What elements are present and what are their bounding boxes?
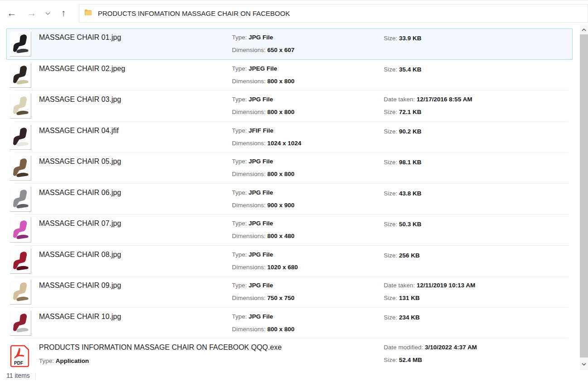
massage-chair-thumbnail bbox=[10, 311, 31, 336]
file-type-line: Type: JPEG File bbox=[232, 63, 384, 75]
detail-value: 52.4 MB bbox=[399, 357, 422, 363]
file-name: MASSAGE CHAIR 03.jpg bbox=[39, 93, 232, 105]
scrollbar-thumb[interactable] bbox=[580, 34, 588, 357]
file-dimensions-line: Dimensions: 650 x 607 bbox=[232, 44, 384, 56]
detail-label: Size: bbox=[384, 357, 399, 363]
file-row[interactable]: MASSAGE CHAIR 10.jpg Type: JPG File Dime… bbox=[6, 308, 573, 339]
detail-value: Application bbox=[56, 357, 89, 364]
file-dimensions-line: Dimensions: 800 x 800 bbox=[232, 324, 384, 335]
file-dimensions-line: Dimensions: 800 x 800 bbox=[232, 168, 384, 180]
file-type-dimensions-cell: Type: JPG File Dimensions: 800 x 800 bbox=[232, 153, 384, 183]
file-dimensions-line: Dimensions: 1020 x 680 bbox=[232, 262, 384, 273]
forward-icon[interactable]: → bbox=[23, 4, 41, 22]
massage-chair-thumbnail bbox=[10, 94, 31, 119]
detail-value: JPG File bbox=[249, 34, 273, 41]
file-type-dimensions-cell bbox=[232, 339, 384, 369]
nav-buttons: ← → ↑ bbox=[0, 4, 79, 22]
detail-value: 800 x 800 bbox=[267, 78, 294, 85]
detail-label: Size: bbox=[384, 190, 399, 197]
file-date-size-cell: Size: 33.9 KB bbox=[384, 29, 572, 59]
file-thumbnail-cell bbox=[10, 153, 39, 183]
vertical-scrollbar[interactable] bbox=[580, 25, 588, 370]
file-name-cell: MASSAGE CHAIR 02.jpeg bbox=[39, 60, 232, 90]
file-name: MASSAGE CHAIR 04.jfif bbox=[39, 124, 232, 137]
detail-value: JFIF File bbox=[249, 127, 274, 134]
file-row[interactable]: MASSAGE CHAIR 04.jfif Type: JFIF File Di… bbox=[6, 122, 573, 153]
file-type-line: Type: JFIF File bbox=[232, 125, 384, 137]
file-size-line: Size: 33.9 KB bbox=[384, 33, 572, 44]
file-size-line: Size: 131 KB bbox=[384, 292, 572, 304]
file-row[interactable]: MASSAGE CHAIR 03.jpg Type: JPG File Dime… bbox=[6, 90, 573, 122]
file-name: MASSAGE CHAIR 10.jpg bbox=[39, 310, 232, 323]
file-type-dimensions-cell: Type: JPG File Dimensions: 800 x 800 bbox=[232, 308, 384, 338]
file-row[interactable]: MASSAGE CHAIR 01.jpg Type: JPG File Dime… bbox=[6, 29, 573, 60]
file-name-cell: PRODUCTS INFORMATION MASSAGE CHAIR ON FA… bbox=[39, 339, 232, 369]
detail-value: 650 x 607 bbox=[267, 47, 294, 53]
file-row[interactable]: PDF PRODUCTS INFORMATION MASSAGE CHAIR O… bbox=[6, 338, 573, 370]
detail-label: Size: bbox=[384, 109, 399, 115]
file-row[interactable]: MASSAGE CHAIR 08.jpg Type: JPG File Dime… bbox=[6, 246, 573, 277]
file-date-size-cell: Date modified: 3/10/2022 4:37 AM Size: 5… bbox=[384, 339, 572, 369]
file-type-dimensions-cell: Type: JPG File Dimensions: 650 x 607 bbox=[232, 29, 384, 59]
up-icon[interactable]: ↑ bbox=[54, 4, 72, 22]
detail-label: Date taken: bbox=[384, 282, 417, 289]
detail-value: 50.3 KB bbox=[399, 221, 422, 228]
detail-value: 33.9 KB bbox=[399, 35, 422, 42]
detail-value: JPEG File bbox=[249, 65, 277, 72]
file-row[interactable]: MASSAGE CHAIR 02.jpeg Type: JPEG File Di… bbox=[6, 60, 573, 91]
detail-value: 256 KB bbox=[399, 252, 420, 259]
status-bar-divider bbox=[35, 372, 36, 379]
pdf-application-icon: PDF bbox=[10, 342, 39, 369]
file-row[interactable]: MASSAGE CHAIR 05.jpg Type: JPG File Dime… bbox=[6, 152, 573, 184]
file-date-size-cell: Size: 234 KB bbox=[384, 308, 572, 338]
file-type-line: Type: JPG File bbox=[232, 156, 384, 167]
file-dimensions-line: Dimensions: 900 x 900 bbox=[232, 200, 384, 211]
file-type-dimensions-cell: Type: JPG File Dimensions: 900 x 900 bbox=[232, 184, 384, 214]
file-date-line: Date taken: 12/17/2016 8:55 AM bbox=[384, 94, 572, 105]
massage-chair-thumbnail bbox=[10, 156, 31, 181]
file-thumbnail-cell bbox=[10, 60, 39, 90]
scrollbar-up-icon[interactable] bbox=[580, 25, 588, 34]
detail-value: 35.4 KB bbox=[399, 66, 422, 73]
file-name: MASSAGE CHAIR 05.jpg bbox=[39, 155, 232, 167]
detail-value: 12/11/2019 10:13 AM bbox=[417, 282, 475, 289]
detail-label: Size: bbox=[384, 314, 399, 321]
detail-label: Dimensions: bbox=[232, 140, 267, 147]
file-name-cell: MASSAGE CHAIR 06.jpg bbox=[39, 184, 232, 214]
massage-chair-thumbnail bbox=[10, 63, 31, 88]
file-type-line: Type: JPG File bbox=[232, 249, 384, 261]
detail-label: Size: bbox=[384, 159, 399, 166]
file-thumbnail-cell bbox=[10, 184, 39, 214]
file-thumbnail-cell bbox=[10, 91, 39, 121]
detail-value: 800 x 800 bbox=[267, 109, 294, 115]
file-name: MASSAGE CHAIR 08.jpg bbox=[39, 248, 232, 261]
detail-value: 1020 x 680 bbox=[267, 264, 298, 271]
massage-chair-thumbnail bbox=[10, 187, 31, 212]
scrollbar-down-icon[interactable] bbox=[580, 358, 588, 370]
file-type-dimensions-cell: Type: JPG File Dimensions: 800 x 800 bbox=[232, 91, 384, 121]
folder-icon bbox=[84, 9, 92, 18]
detail-value: JPG File bbox=[249, 313, 273, 320]
file-size-line: Size: 72.1 KB bbox=[384, 106, 572, 118]
detail-label: Dimensions: bbox=[232, 233, 267, 239]
file-size-line: Size: 98.1 KB bbox=[384, 157, 572, 168]
file-row[interactable]: MASSAGE CHAIR 07.jpg Type: JPG File Dime… bbox=[6, 214, 573, 246]
detail-label: Dimensions: bbox=[232, 78, 267, 85]
file-type-dimensions-cell: Type: JPG File Dimensions: 750 x 750 bbox=[232, 277, 384, 307]
file-thumbnail-cell bbox=[10, 122, 39, 152]
file-name-cell: MASSAGE CHAIR 04.jfif bbox=[39, 122, 232, 152]
file-row[interactable]: MASSAGE CHAIR 09.jpg Type: JPG File Dime… bbox=[6, 276, 573, 308]
file-name: MASSAGE CHAIR 06.jpg bbox=[39, 186, 232, 199]
file-row[interactable]: MASSAGE CHAIR 06.jpg Type: JPG File Dime… bbox=[6, 184, 573, 215]
detail-value: 3/10/2022 4:37 AM bbox=[425, 344, 477, 351]
file-list: MASSAGE CHAIR 01.jpg Type: JPG File Dime… bbox=[0, 25, 580, 370]
recent-locations-chevron-down-icon[interactable] bbox=[42, 4, 53, 22]
file-date-size-cell: Size: 43.8 KB bbox=[384, 184, 572, 214]
address-bar[interactable]: PRODUCTS INFOMATION MASSAGE CHAIR ON FAC… bbox=[79, 4, 588, 23]
file-thumbnail-cell: PDF bbox=[10, 339, 39, 369]
massage-chair-thumbnail bbox=[10, 249, 31, 274]
back-icon[interactable]: ← bbox=[3, 4, 21, 22]
file-name-cell: MASSAGE CHAIR 03.jpg bbox=[39, 91, 232, 121]
file-date-size-cell: Size: 98.1 KB bbox=[384, 153, 572, 183]
status-bar: 11 items bbox=[0, 370, 588, 381]
